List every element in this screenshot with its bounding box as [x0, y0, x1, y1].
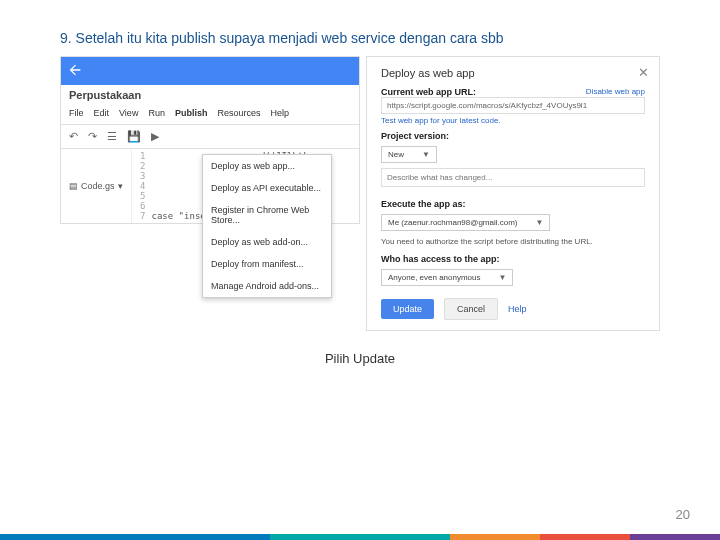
dropdown-caret-icon: ▾: [118, 181, 123, 191]
execute-as-select[interactable]: Me (zaenur.rochman98@gmail.com) ▼: [381, 214, 550, 231]
project-title: Perpustakaan: [61, 85, 359, 105]
cancel-button[interactable]: Cancel: [444, 298, 498, 320]
page-number: 20: [676, 507, 690, 522]
file-icon: ▤: [69, 181, 78, 191]
update-button[interactable]: Update: [381, 299, 434, 319]
menu-register-chrome[interactable]: Register in Chrome Web Store...: [203, 199, 331, 231]
version-select[interactable]: New ▼: [381, 146, 437, 163]
dialog-title: Deploy as web app: [381, 67, 645, 79]
menu-deploy-addon[interactable]: Deploy as web add-on...: [203, 231, 331, 253]
menu-resources[interactable]: Resources: [217, 108, 260, 118]
line-number: 2: [138, 161, 152, 171]
caption-text: Pilih Update: [60, 351, 660, 366]
line-number: 1: [138, 151, 152, 161]
save-icon[interactable]: 💾: [127, 130, 141, 143]
current-url-label: Current web app URL:: [381, 87, 476, 97]
close-icon[interactable]: ✕: [638, 65, 649, 80]
execute-value: Me (zaenur.rochman98@gmail.com): [388, 218, 518, 227]
file-tab[interactable]: ▤ Code.gs ▾: [61, 149, 132, 223]
menu-android-addons[interactable]: Manage Android add-ons...: [203, 275, 331, 297]
menu-deploy-api[interactable]: Deploy as API executable...: [203, 177, 331, 199]
file-tab-label: Code.gs: [81, 181, 115, 191]
redo-icon[interactable]: ↷: [88, 130, 97, 143]
deploy-dialog: ✕ Deploy as web app Current web app URL:…: [366, 56, 660, 331]
back-arrow-icon[interactable]: [67, 62, 83, 80]
webapp-url[interactable]: https://script.google.com/macros/s/AKfyc…: [381, 97, 645, 114]
indent-icon[interactable]: ☰: [107, 130, 117, 143]
menu-help[interactable]: Help: [270, 108, 289, 118]
description-input[interactable]: [381, 168, 645, 187]
toolbar: ↶ ↷ ☰ 💾 ▶: [61, 125, 359, 149]
chevron-down-icon: ▼: [536, 218, 544, 227]
chevron-down-icon: ▼: [499, 273, 507, 282]
version-value: New: [388, 150, 404, 159]
line-number: 3: [138, 171, 152, 181]
instruction-text: 9. Setelah itu kita publish supaya menja…: [60, 30, 660, 46]
auth-note: You need to authorize the script before …: [381, 237, 645, 246]
line-number: 7: [138, 211, 152, 221]
menu-view[interactable]: View: [119, 108, 138, 118]
menu-deploy-webapp[interactable]: Deploy as web app...: [203, 155, 331, 177]
help-link[interactable]: Help: [508, 304, 527, 314]
menu-publish[interactable]: Publish: [175, 108, 208, 118]
line-number: 4: [138, 181, 152, 191]
version-label: Project version:: [381, 131, 645, 141]
access-label: Who has access to the app:: [381, 254, 645, 264]
execute-label: Execute the app as:: [381, 199, 645, 209]
access-value: Anyone, even anonymous: [388, 273, 481, 282]
test-webapp-link[interactable]: Test web app for your latest code.: [381, 116, 645, 125]
footer-color-bar: [0, 534, 720, 540]
menu-bar: File Edit View Run Publish Resources Hel…: [61, 105, 359, 125]
menu-edit[interactable]: Edit: [94, 108, 110, 118]
menu-deploy-manifest[interactable]: Deploy from manifest...: [203, 253, 331, 275]
chevron-down-icon: ▼: [422, 150, 430, 159]
line-number: 6: [138, 201, 152, 211]
menu-file[interactable]: File: [69, 108, 84, 118]
publish-dropdown: Deploy as web app... Deploy as API execu…: [202, 154, 332, 298]
access-select[interactable]: Anyone, even anonymous ▼: [381, 269, 513, 286]
disable-webapp-link[interactable]: Disable web app: [586, 87, 645, 96]
undo-icon[interactable]: ↶: [69, 130, 78, 143]
line-number: 5: [138, 191, 152, 201]
run-icon[interactable]: ▶: [151, 130, 159, 143]
menu-run[interactable]: Run: [148, 108, 165, 118]
